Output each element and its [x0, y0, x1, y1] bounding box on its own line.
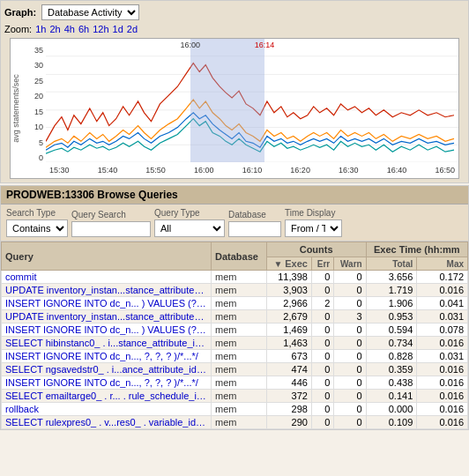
query-tbody: commit mem 11,398 0 0 3.656 0.172 UPDATE… — [2, 271, 468, 429]
highlight-label-right: 16:14 — [255, 41, 275, 49]
warn-cell: 0 — [334, 271, 366, 284]
browse-section: PRODWEB:13306 Browse Queries Search Type… — [0, 185, 469, 430]
total-cell: 1.719 — [366, 284, 417, 297]
db-cell: mem — [211, 403, 266, 416]
table-row: SELECT hibinstanc0_ . i...stance_attribu… — [2, 337, 468, 350]
max-cell: 0.041 — [417, 297, 468, 310]
col-header-row: Query Database Counts Exec Time (hh:mm — [2, 242, 468, 257]
err-cell: 2 — [311, 297, 333, 310]
db-cell: mem — [211, 310, 266, 324]
query-cell[interactable]: INSERT IGNORE INTO dc_n... ) VALUES (?, … — [2, 324, 212, 337]
x-label-1540: 15:40 — [98, 166, 118, 175]
max-cell: 0.172 — [417, 271, 468, 284]
err-cell: 0 — [311, 337, 333, 350]
graph-section: Graph: Database Activity Zoom: 1h 2h 4h … — [0, 0, 469, 183]
table-row: SELECT emailtarge0_ . r... . rule_schedu… — [2, 390, 468, 403]
sub-exec[interactable]: ▼ Exec — [266, 257, 311, 271]
time-display-label: Time Display — [285, 208, 342, 218]
search-type-select[interactable]: Contains — [6, 219, 68, 237]
graph-select[interactable]: Database Activity — [41, 4, 139, 20]
max-cell: 0.016 — [417, 337, 468, 350]
query-cell[interactable]: rollback — [2, 403, 212, 416]
zoom-label: Zoom: — [4, 24, 32, 34]
exec-cell: 474 — [266, 363, 311, 376]
sub-max: Max — [417, 257, 468, 271]
exec-cell: 446 — [266, 376, 311, 390]
table-row: INSERT IGNORE INTO dc_n..., ?, ?, ? )/*.… — [2, 376, 468, 390]
col-exec-time: Exec Time (hh:mm — [366, 242, 467, 257]
chart-container: 0 5 10 15 20 25 30 35 avg statements/sec… — [10, 38, 459, 179]
x-axis: 15:30 15:40 15:50 16:00 16:10 16:20 16:3… — [46, 162, 458, 178]
search-bar: Search Type Contains Query Search Query … — [1, 205, 468, 242]
warn-cell: 0 — [334, 403, 366, 416]
x-label-1620: 16:20 — [290, 166, 310, 175]
query-cell[interactable]: INSERT IGNORE INTO dc_n..., ?, ?, ? )/*.… — [2, 376, 212, 390]
max-cell: 0.016 — [417, 284, 468, 297]
sub-err: Err — [311, 257, 333, 271]
y-axis-title: avg statements/sec — [11, 74, 20, 143]
warn-cell: 0 — [334, 350, 366, 363]
query-cell[interactable]: SELECT rulexpres0_ . v...res0_ . variabl… — [2, 416, 212, 429]
warn-cell: 3 — [334, 310, 366, 324]
exec-cell: 2,966 — [266, 297, 311, 310]
zoom-12h[interactable]: 12h — [93, 24, 108, 34]
y-label-35: 35 — [11, 39, 46, 55]
err-cell: 0 — [311, 271, 333, 284]
time-display-select[interactable]: From / To — [285, 219, 342, 237]
max-cell: 0.016 — [417, 403, 468, 416]
warn-cell: 0 — [334, 284, 366, 297]
x-label-1610: 16:10 — [242, 166, 263, 175]
db-cell: mem — [211, 416, 266, 429]
exec-cell: 372 — [266, 390, 311, 403]
exec-cell: 2,679 — [266, 310, 311, 324]
total-cell: 0.734 — [366, 337, 417, 350]
max-cell: 0.016 — [417, 390, 468, 403]
total-cell: 0.438 — [366, 376, 417, 390]
table-row: UPDATE inventory_instan...stance_attribu… — [2, 310, 468, 324]
query-type-select[interactable]: All — [154, 219, 225, 237]
query-cell[interactable]: SELECT hibinstanc0_ . i...stance_attribu… — [2, 337, 212, 350]
db-cell: mem — [211, 324, 266, 337]
zoom-bar: Zoom: 1h 2h 4h 6h 12h 1d 2d — [4, 24, 465, 34]
exec-cell: 298 — [266, 403, 311, 416]
table-container: Query Database Counts Exec Time (hh:mm ▼… — [1, 242, 468, 429]
zoom-1h[interactable]: 1h — [35, 24, 46, 34]
err-cell: 0 — [311, 363, 333, 376]
query-cell[interactable]: SELECT emailtarge0_ . r... . rule_schedu… — [2, 390, 212, 403]
zoom-6h[interactable]: 6h — [78, 24, 89, 34]
zoom-4h[interactable]: 4h — [64, 24, 75, 34]
y-label-0: 0 — [11, 147, 46, 163]
query-cell[interactable]: UPDATE inventory_instan...stance_attribu… — [2, 284, 212, 297]
graph-header: Graph: Database Activity — [4, 4, 465, 20]
max-cell: 0.031 — [417, 310, 468, 324]
database-input[interactable] — [228, 221, 281, 237]
err-cell: 0 — [311, 403, 333, 416]
total-cell: 0.000 — [366, 403, 417, 416]
zoom-2d[interactable]: 2d — [127, 24, 138, 34]
query-search-input[interactable] — [71, 221, 151, 237]
warn-cell: 0 — [334, 324, 366, 337]
err-cell: 0 — [311, 416, 333, 429]
query-cell[interactable]: UPDATE inventory_instan...stance_attribu… — [2, 310, 212, 324]
sub-total: Total — [366, 257, 417, 271]
query-cell[interactable]: SELECT ngsavedstr0_ . i...ance_attribute… — [2, 363, 212, 376]
max-cell: 0.078 — [417, 324, 468, 337]
warn-cell: 0 — [334, 416, 366, 429]
col-query: Query — [2, 242, 212, 271]
err-cell: 0 — [311, 310, 333, 324]
zoom-2h[interactable]: 2h — [49, 24, 60, 34]
db-cell: mem — [211, 271, 266, 284]
query-cell[interactable]: INSERT IGNORE INTO dc_n..., ?, ?, ? )/*.… — [2, 350, 212, 363]
zoom-1d[interactable]: 1d — [113, 24, 123, 34]
exec-cell: 1,469 — [266, 324, 311, 337]
err-cell: 0 — [311, 350, 333, 363]
table-row: commit mem 11,398 0 0 3.656 0.172 — [2, 271, 468, 284]
y-label-30: 30 — [11, 55, 46, 71]
warn-cell: 0 — [334, 337, 366, 350]
db-cell: mem — [211, 363, 266, 376]
browse-title: PRODWEB:13306 Browse Queries — [1, 186, 468, 205]
exec-cell: 290 — [266, 416, 311, 429]
query-type-field: Query Type All — [154, 208, 225, 237]
query-cell[interactable]: INSERT IGNORE INTO dc_n... ) VALUES (?, … — [2, 297, 212, 310]
query-cell[interactable]: commit — [2, 271, 212, 284]
